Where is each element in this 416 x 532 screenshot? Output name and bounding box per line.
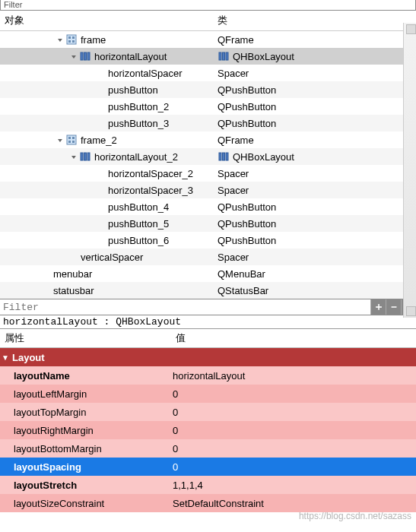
no-icon [93,100,105,112]
property-row[interactable]: layoutSizeConstraintSetDefaultConstraint [0,494,416,512]
property-name: layoutStretch [0,480,171,491]
object-class: QPushButton [218,218,276,230]
property-value[interactable]: SetDefaultConstraint [171,498,416,509]
add-dynamic-property-button[interactable]: ＋ [370,299,386,315]
property-row[interactable]: layoutLeftMargin0 [0,385,416,403]
tree-row[interactable]: horizontalSpacer_3Spacer [0,182,416,198]
property-group-header[interactable]: ▼Layout [0,348,416,366]
svg-rect-20 [223,153,225,160]
object-class: QPushButton [218,84,276,96]
tree-row[interactable]: ▼horizontalLayout_2QHBoxLayout [0,148,416,165]
property-value[interactable]: 0 [171,388,416,400]
tree-row[interactable]: statusbarQStatusBar [0,282,416,299]
tree-row[interactable]: menubarQMenuBar [0,265,416,282]
object-class: QFrame [218,135,254,146]
property-value[interactable]: 0 [171,407,416,418]
property-filter-input[interactable] [0,301,370,314]
svg-rect-17 [84,153,87,160]
no-icon [38,284,50,296]
vertical-scrollbar[interactable] [403,23,416,318]
expand-toggle[interactable]: ▼ [68,53,79,59]
collapse-icon: ▼ [0,353,11,362]
tree-row[interactable]: horizontalSpacer_2Spacer [0,165,416,182]
top-filter-field[interactable]: Filter [0,0,416,11]
object-class: QFrame [218,34,254,46]
property-name: layoutLeftMargin [0,388,171,400]
object-name: frame_2 [81,135,117,146]
tree-header: 对象 类 [0,11,416,31]
object-class: Spacer [218,185,249,196]
object-class: Spacer [218,252,249,263]
property-name: layoutRightMargin [0,425,171,436]
property-row[interactable]: layoutBottomMargin0 [0,439,416,458]
tree-row[interactable]: horizontalSpacerSpacer [0,65,416,81]
no-icon [93,234,105,246]
property-row[interactable]: layoutNamehorizontalLayout [0,366,416,385]
svg-rect-0 [67,35,76,44]
property-row[interactable]: layoutRightMargin0 [0,421,416,439]
layout-icon [218,50,230,62]
tree-row[interactable]: pushButton_6QPushButton [0,232,416,249]
expand-toggle[interactable]: ▼ [55,137,65,143]
object-name: pushButton_3 [108,118,169,129]
property-value[interactable]: 0 [171,425,416,436]
property-value[interactable]: horizontalLayout [171,370,416,382]
svg-rect-21 [226,153,228,160]
layout-icon [79,150,91,163]
svg-rect-13 [72,137,75,139]
property-row[interactable]: layoutTopMargin0 [0,403,416,421]
tree-row[interactable]: pushButtonQPushButton [0,81,416,98]
object-tree[interactable]: ▼frameQFrame▼horizontalLayoutQHBoxLayout… [0,31,416,299]
property-grid[interactable]: ▼LayoutlayoutNamehorizontalLayoutlayoutL… [0,348,416,512]
header-prop-value[interactable]: 值 [171,329,416,347]
layout-icon [218,150,230,163]
svg-rect-19 [219,153,221,160]
property-name: layoutSizeConstraint [0,498,171,509]
svg-rect-2 [72,36,75,39]
header-class[interactable]: 类 [213,11,416,30]
expand-toggle[interactable]: ▼ [68,154,79,160]
header-prop-name[interactable]: 属性 [0,329,171,347]
tree-row[interactable]: pushButton_2QPushButton [0,98,416,115]
svg-rect-12 [68,137,71,139]
watermark-text: https://blog.csdn.net/sazass [299,511,411,521]
tree-row[interactable]: ▼frame_2QFrame [0,131,416,148]
remove-dynamic-property-button[interactable]: － [386,299,401,315]
svg-rect-18 [87,153,90,160]
tree-row[interactable]: pushButton_5QPushButton [0,215,416,232]
property-row[interactable]: layoutStretch1,1,1,4 [0,476,416,494]
svg-rect-5 [81,52,83,60]
tree-row[interactable]: verticalSpacerSpacer [0,249,416,265]
object-class: Spacer [218,68,249,79]
object-inspector-panel: 对象 类 ▼frameQFrame▼horizontalLayoutQHBoxL… [0,11,416,299]
property-value[interactable]: 0 [171,461,416,473]
object-name: horizontalLayout [94,51,167,62]
no-icon [93,84,105,96]
property-value[interactable]: 0 [171,443,416,454]
no-icon [93,184,105,196]
property-header: 属性 值 [0,329,416,348]
tree-row[interactable]: ▼horizontalLayoutQHBoxLayout [0,48,416,65]
object-class: QPushButton [218,101,276,112]
tree-row[interactable]: pushButton_4QPushButton [0,198,416,215]
property-row[interactable]: layoutSpacing0 [0,458,416,476]
object-class: QPushButton [218,118,276,129]
object-name: horizontalSpacer_2 [108,168,193,179]
group-name: Layout [11,352,182,363]
header-object[interactable]: 对象 [0,11,213,30]
object-name: horizontalLayout_2 [94,151,178,163]
object-name: menubar [53,268,92,280]
svg-rect-15 [72,141,75,143]
svg-rect-3 [68,40,71,43]
selection-breadcrumb: horizontalLayout : QHBoxLayout [0,315,416,329]
property-name: layoutTopMargin [0,407,171,418]
object-class: QMenuBar [218,268,265,280]
tree-row[interactable]: ▼frameQFrame [0,31,416,48]
tree-row[interactable]: pushButton_3QPushButton [0,115,416,131]
object-class: QHBoxLayout [218,150,294,163]
property-value[interactable]: 1,1,1,4 [171,480,416,491]
property-name: layoutName [0,370,171,382]
expand-toggle[interactable]: ▼ [55,36,65,43]
layout-icon [79,50,91,62]
no-icon [93,201,105,213]
